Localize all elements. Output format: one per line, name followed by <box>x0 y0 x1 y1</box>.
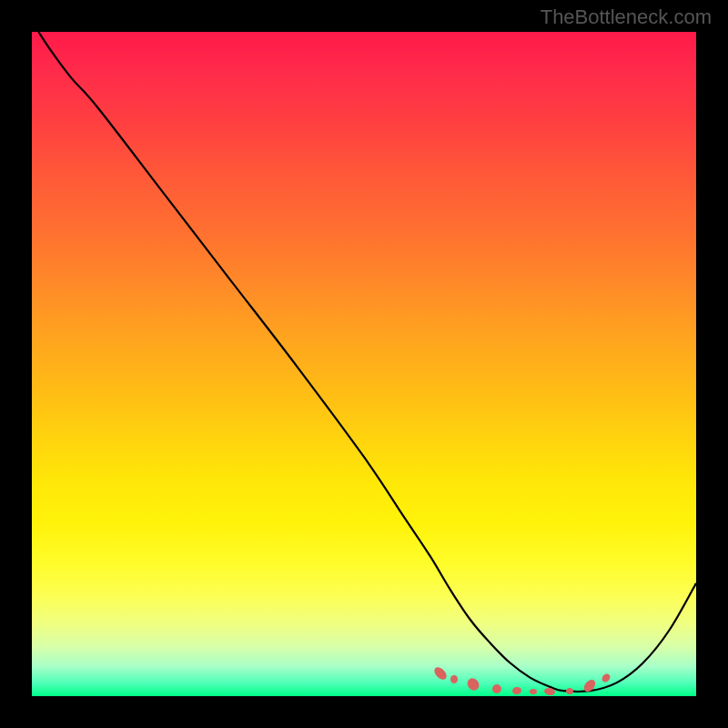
chart-container: TheBottleneck.com <box>0 0 728 728</box>
curve-marker <box>450 675 458 683</box>
attribution-text: TheBottleneck.com <box>541 5 712 29</box>
bottleneck-curve <box>38 32 696 692</box>
plot-area <box>32 32 696 696</box>
curve-marker <box>530 689 537 694</box>
curve-svg <box>32 32 696 696</box>
